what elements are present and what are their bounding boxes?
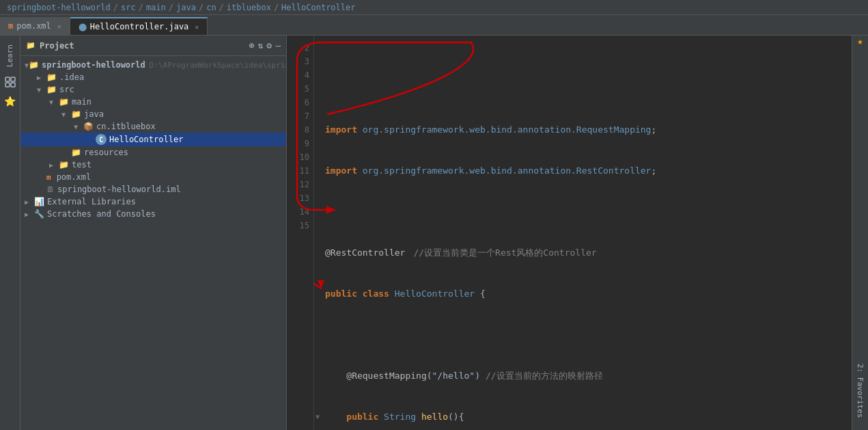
tree-arrow — [61, 149, 71, 157]
favorites-label[interactable]: 2: Favorites — [856, 358, 865, 423]
tree-arrow: ▶ — [49, 161, 59, 169]
folder-icon: 📁 — [71, 148, 81, 157]
tree-label: .idea — [59, 72, 84, 82]
code-line-8 — [325, 328, 852, 342]
tree-arrow: ▼ — [49, 98, 59, 106]
tree-arrow: ▶ — [25, 198, 34, 206]
tree-label: main — [72, 97, 92, 107]
tree-label: springboot-helloworld — [42, 60, 145, 70]
add-icon[interactable]: ⊕ — [249, 40, 255, 51]
folder-icon: 📁 — [59, 160, 69, 170]
java-source-icon: 📁 — [71, 109, 81, 119]
breadcrumb-part[interactable]: src — [121, 3, 136, 12]
code-line-5 — [325, 205, 852, 219]
hello-icon: ⬤ — [79, 23, 87, 31]
code-line-10: ▼ public String hello(){ — [325, 410, 852, 424]
scratches-icon: 🔧 — [34, 209, 44, 219]
tree-item-scratches[interactable]: ▶ 🔧 Scratches and Consoles — [20, 208, 286, 220]
breadcrumb: springboot-helloworld / src / main / jav… — [0, 0, 868, 15]
tree-arrow — [37, 174, 46, 181]
svg-rect-3 — [11, 83, 15, 87]
tree-item-main[interactable]: ▼ 📁 main — [20, 96, 286, 108]
code-line-9: @RequestMapping("/hello")//设置当前的方法的映射路径 — [325, 369, 852, 383]
project-icon[interactable] — [2, 74, 18, 90]
folder-icon: 📁 — [46, 72, 57, 82]
tree-label: java — [84, 109, 104, 119]
tab-pom-close[interactable]: ✕ — [57, 23, 61, 30]
java-class-icon: C — [96, 134, 107, 145]
svg-rect-0 — [5, 77, 10, 81]
breadcrumb-part[interactable]: main — [146, 3, 166, 12]
tree-item-root[interactable]: ▼ 📁 springboot-helloworld D:\AProgramWor… — [20, 59, 286, 71]
tree-label: cn.itbluebox — [96, 122, 156, 131]
breadcrumb-part[interactable]: springboot-helloworld — [7, 3, 111, 12]
tree-item-hellocontroller[interactable]: C HelloController — [20, 133, 286, 146]
tree-arrow: ▼ — [37, 86, 46, 94]
ext-libs-icon: 📊 — [34, 197, 44, 206]
minimize-icon[interactable]: — — [275, 40, 281, 51]
star-icon: ★ — [857, 36, 863, 46]
tab-pom[interactable]: m pom.xml ✕ — [0, 17, 70, 35]
tree-arrow — [86, 136, 96, 144]
project-panel-header: 📁 Project ⊕ ⇅ ⚙ — — [20, 36, 286, 56]
tree-label: test — [72, 160, 92, 170]
package-icon: 📦 — [83, 122, 94, 131]
folder-icon: 📁 — [46, 85, 57, 94]
scroll-icon[interactable]: ⇅ — [258, 40, 264, 51]
learn-label[interactable]: Learn — [5, 39, 14, 72]
tree-label: Scratches and Consoles — [47, 209, 156, 219]
code-line-3: import org.springframework.web.bind.anno… — [325, 123, 852, 137]
tree-arrow: ▶ — [37, 74, 46, 81]
folder-icon: 📁 — [59, 97, 69, 107]
tree-item-idea[interactable]: ▶ 📁 .idea — [20, 71, 286, 83]
svg-marker-4 — [318, 280, 324, 288]
tab-bar: m pom.xml ✕ ⬤ HelloController.java ✕ — [0, 15, 868, 36]
code-line-6: @RestController//设置当前类是一个Rest风格的Controll… — [325, 246, 852, 260]
main-layout: Learn ⭐ 📁 Project ⊕ ⇅ ⚙ — ▼ 📁 springboot… — [0, 36, 868, 430]
tree-arrow: ▼ — [74, 123, 83, 131]
project-tree: ▼ 📁 springboot-helloworld D:\AProgramWor… — [20, 56, 286, 430]
tree-item-iml[interactable]: 🗎 springboot-helloworld.iml — [20, 183, 286, 196]
bookmark-icon[interactable]: ⭐ — [2, 93, 18, 109]
tree-label: HelloController — [109, 135, 183, 144]
tree-label: src — [59, 85, 74, 94]
tree-item-test[interactable]: ▶ 📁 test — [20, 159, 286, 171]
project-header-icons: ⊕ ⇅ ⚙ — — [249, 40, 281, 51]
tree-item-java[interactable]: ▼ 📁 java — [20, 108, 286, 120]
tree-item-resources[interactable]: 📁 resources — [20, 146, 286, 159]
tree-item-ext-libs[interactable]: ▶ 📊 External Libraries — [20, 196, 286, 208]
tree-arrow: ▼ — [61, 111, 71, 118]
project-panel-title: Project — [40, 41, 245, 51]
fold-icon[interactable]: ▼ — [316, 410, 320, 424]
code-line-4: import org.springframework.web.bind.anno… — [325, 164, 852, 178]
breadcrumb-part[interactable]: HelloController — [281, 3, 355, 12]
pom-icon: m — [8, 21, 13, 31]
tree-item-src[interactable]: ▼ 📁 src — [20, 83, 286, 96]
breadcrumb-part[interactable]: cn — [206, 3, 216, 12]
iml-icon: 🗎 — [46, 185, 55, 194]
tab-hello[interactable]: ⬤ HelloController.java ✕ — [70, 17, 208, 35]
tree-item-package[interactable]: ▼ 📦 cn.itbluebox — [20, 120, 286, 133]
project-panel: 📁 Project ⊕ ⇅ ⚙ — ▼ 📁 springboot-hellowo… — [20, 36, 287, 430]
breadcrumb-part[interactable]: itbluebox — [227, 3, 271, 12]
svg-rect-1 — [11, 77, 15, 81]
favorites-strip: ★ 2: Favorites — [852, 36, 868, 430]
tree-label: springboot-helloworld.iml — [57, 185, 181, 194]
tab-hello-label: HelloController.java — [90, 22, 189, 31]
settings-icon[interactable]: ⚙ — [266, 40, 272, 51]
code-line-2 — [325, 82, 852, 96]
svg-rect-2 — [5, 83, 10, 87]
left-tool-strip: Learn ⭐ — [0, 36, 20, 430]
tab-hello-close[interactable]: ✕ — [195, 23, 199, 31]
tree-label: pom.xml — [57, 172, 92, 182]
tree-arrow: ▶ — [25, 211, 34, 218]
breadcrumb-part[interactable]: java — [176, 3, 196, 12]
panel-folder-icon: 📁 — [26, 41, 36, 50]
code-editor[interactable]: 2 3 4 5 6 7 8 9 10 11 12 13 14 15 import… — [287, 36, 852, 430]
tree-label: External Libraries — [47, 197, 136, 206]
tree-path: D:\AProgramWorkSpace\idea\springboot-hel… — [150, 61, 286, 70]
tree-item-pom[interactable]: m pom.xml — [20, 171, 286, 183]
code-line-7: public class HelloController { — [325, 287, 852, 301]
tree-arrow — [37, 186, 46, 193]
code-content: import org.springframework.web.bind.anno… — [314, 36, 852, 430]
